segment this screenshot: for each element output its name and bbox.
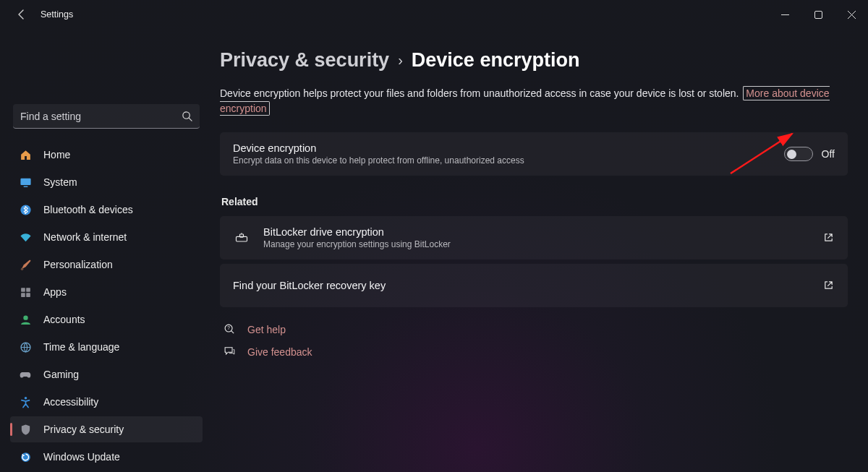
home-icon: [19, 148, 32, 161]
brush-icon: [19, 258, 32, 271]
svg-point-5: [20, 267, 23, 270]
sidebar-item-label: Home: [43, 149, 70, 160]
minimize-button[interactable]: [768, 0, 801, 29]
give-feedback-link[interactable]: Give feedback: [247, 346, 312, 358]
nav-list: Home System Bluetooth & devices Network …: [10, 142, 203, 470]
sidebar-item-system[interactable]: System: [10, 169, 203, 195]
search-box[interactable]: [13, 104, 200, 129]
sidebar-item-label: Privacy & security: [43, 424, 124, 435]
svg-rect-9: [26, 293, 30, 297]
external-link-icon: [823, 280, 835, 291]
help-icon: ?: [223, 323, 236, 335]
sidebar-item-label: Gaming: [43, 369, 79, 380]
back-button[interactable]: [13, 6, 30, 23]
chevron-right-icon: ›: [398, 52, 403, 69]
sidebar-item-label: Accounts: [43, 314, 85, 325]
card-title: Find your BitLocker recovery key: [233, 280, 823, 291]
apps-icon: [19, 286, 32, 299]
title-bar: Settings: [0, 0, 868, 29]
card-subtitle: Manage your encryption settings using Bi…: [263, 239, 823, 249]
svg-rect-7: [26, 288, 30, 292]
drive-lock-icon: [233, 231, 250, 245]
close-button[interactable]: [835, 0, 868, 29]
breadcrumb-current: Device encryption: [412, 49, 580, 72]
main-content: Privacy & security › Device encryption D…: [211, 29, 868, 472]
feedback-icon: [223, 346, 236, 358]
recovery-key-card[interactable]: Find your BitLocker recovery key: [220, 264, 848, 307]
sidebar-item-gaming[interactable]: Gaming: [10, 361, 203, 387]
card-title: BitLocker drive encryption: [263, 226, 823, 238]
window-controls: [768, 0, 868, 29]
svg-point-10: [23, 315, 27, 319]
sidebar-item-label: Network & internet: [43, 231, 127, 243]
sidebar-item-network[interactable]: Network & internet: [10, 224, 203, 250]
svg-rect-2: [20, 178, 30, 184]
shield-icon: [19, 423, 32, 436]
page-description: Device encryption helps protect your fil…: [220, 86, 848, 116]
external-link-icon: [823, 232, 835, 244]
related-heading: Related: [221, 196, 848, 207]
sidebar-item-accessibility[interactable]: Accessibility: [10, 389, 203, 415]
sidebar-item-accounts[interactable]: Accounts: [10, 306, 203, 332]
sidebar-item-apps[interactable]: Apps: [10, 279, 203, 305]
card-title: Device encryption: [233, 142, 784, 154]
system-icon: [19, 176, 32, 189]
give-feedback-row[interactable]: Give feedback: [220, 346, 848, 358]
update-icon: [19, 450, 32, 463]
sidebar-item-home[interactable]: Home: [10, 142, 203, 168]
search-input[interactable]: [20, 111, 182, 122]
toggle-state-label: Off: [822, 148, 835, 160]
sidebar-item-personalization[interactable]: Personalization: [10, 252, 203, 278]
close-icon: [848, 11, 856, 19]
svg-rect-6: [21, 288, 25, 292]
svg-point-1: [183, 112, 190, 119]
person-icon: [19, 313, 32, 326]
gamepad-icon: [19, 368, 32, 381]
get-help-row[interactable]: ? Get help: [220, 323, 848, 335]
device-encryption-toggle[interactable]: [784, 147, 813, 161]
sidebar-item-label: Accessibility: [43, 396, 98, 408]
sidebar-item-label: Personalization: [43, 259, 113, 270]
sidebar: Home System Bluetooth & devices Network …: [0, 29, 211, 472]
svg-rect-0: [814, 11, 822, 18]
sidebar-item-label: Bluetooth & devices: [43, 204, 133, 215]
svg-rect-3: [23, 186, 27, 186]
app-title: Settings: [41, 9, 73, 20]
bluetooth-icon: [19, 203, 32, 216]
card-subtitle: Encrypt data on this device to help prot…: [233, 155, 784, 166]
minimize-icon: [781, 11, 789, 19]
sidebar-item-bluetooth[interactable]: Bluetooth & devices: [10, 197, 203, 223]
sidebar-item-privacy-security[interactable]: Privacy & security: [10, 416, 203, 442]
breadcrumb-parent[interactable]: Privacy & security: [220, 49, 389, 72]
toggle-knob: [787, 150, 796, 159]
get-help-link[interactable]: Get help: [247, 324, 286, 335]
breadcrumb: Privacy & security › Device encryption: [220, 49, 848, 72]
device-encryption-card: Device encryption Encrypt data on this d…: [220, 132, 848, 176]
description-text: Device encryption helps protect your fil…: [220, 87, 739, 99]
globe-icon: [19, 340, 32, 353]
svg-point-12: [24, 397, 27, 400]
arrow-left-icon: [16, 9, 27, 20]
maximize-button[interactable]: [801, 0, 835, 29]
svg-text:?: ?: [227, 325, 230, 330]
maximize-icon: [814, 11, 822, 19]
accessibility-icon: [19, 395, 32, 408]
sidebar-item-label: System: [43, 176, 77, 188]
svg-rect-8: [21, 293, 25, 297]
search-icon: [182, 111, 192, 121]
wifi-icon: [19, 231, 32, 244]
bitlocker-card[interactable]: BitLocker drive encryption Manage your e…: [220, 216, 848, 259]
sidebar-item-windows-update[interactable]: Windows Update: [10, 444, 203, 470]
sidebar-item-time-language[interactable]: Time & language: [10, 334, 203, 360]
sidebar-item-label: Time & language: [43, 341, 119, 353]
sidebar-item-label: Windows Update: [43, 451, 120, 463]
sidebar-item-label: Apps: [43, 286, 67, 298]
